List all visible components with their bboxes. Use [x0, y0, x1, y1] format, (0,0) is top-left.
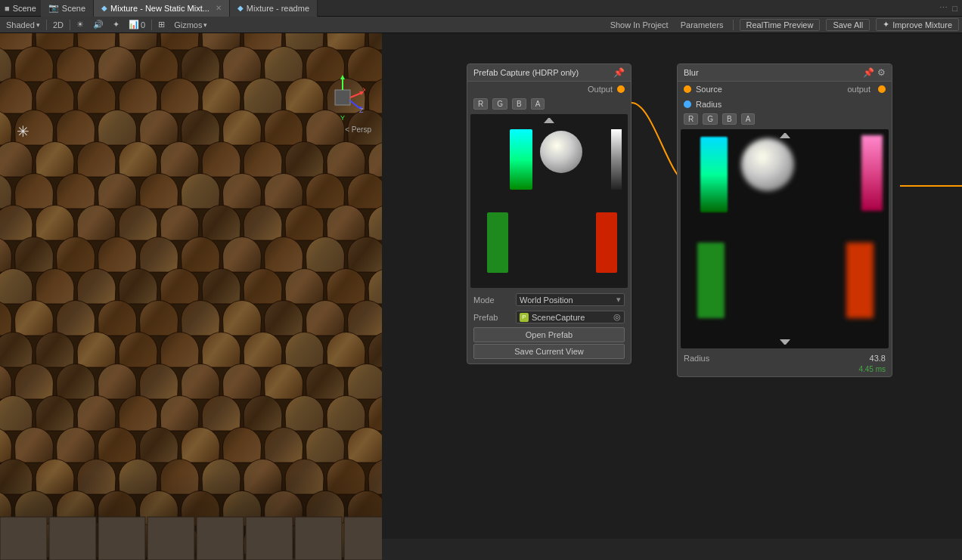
blur-scroll-down-arrow[interactable]: [780, 339, 790, 345]
channel-row: R G B A: [467, 97, 631, 111]
mixture-readme-icon: ◆: [237, 4, 244, 12]
blur-scroll-down[interactable]: [780, 339, 790, 345]
blur-settings-icon[interactable]: ⚙: [877, 67, 886, 78]
mode-2d-btn[interactable]: 2D: [50, 20, 67, 30]
sep3: [151, 20, 152, 30]
open-prefab-btn[interactable]: Open Prefab: [473, 327, 625, 342]
scene-toolbar: Shaded ▾ 2D ☀ 🔊 ✦ 📊 0 ⊞ Gizmos ▾ Show In…: [0, 17, 962, 33]
tab-mixture-new-static[interactable]: ◆ Mixture - New Static Mixt... ✕: [94, 0, 230, 17]
tab-close-icon[interactable]: ✕: [216, 4, 222, 12]
svg-line-5: [350, 101, 359, 108]
radius-field-value[interactable]: 43.8: [870, 354, 886, 363]
shaded-dropdown[interactable]: Shaded ▾: [3, 20, 43, 30]
channel-r-btn[interactable]: R: [473, 98, 488, 110]
improve-label: Improve Mixture: [892, 20, 952, 29]
stats-btn[interactable]: 📊 0: [126, 19, 148, 30]
radius-port-row: Radius: [678, 97, 892, 112]
green-bar-swatch: [487, 212, 508, 273]
prefab-panel-icons: 📌: [613, 67, 625, 78]
channel-g-btn[interactable]: G: [492, 98, 507, 110]
blur-preview-area: [681, 129, 889, 348]
blur-panel-header: Blur 📌 ⚙: [678, 64, 892, 82]
scene-icon: ■: [5, 4, 10, 13]
mode-value-dropdown[interactable]: World Position ▾: [516, 293, 625, 306]
source-label: Source: [696, 85, 843, 94]
sphere-swatch: [540, 131, 582, 173]
tab-scene[interactable]: 📷 Scene: [41, 0, 94, 17]
channel-a-btn[interactable]: A: [531, 98, 545, 110]
panels-area: Prefab Capture (HDRP only) 📌 Output R G …: [382, 33, 962, 560]
stats-zero: 0: [141, 20, 145, 29]
window-dots-icon: ⋯: [939, 3, 948, 13]
save-current-view-btn[interactable]: Save Current View: [473, 344, 625, 359]
svg-text:X: X: [362, 86, 365, 94]
fx-icon-btn[interactable]: ✦: [110, 19, 123, 30]
prefab-target-icon[interactable]: ◎: [613, 312, 621, 322]
svg-line-3: [350, 93, 362, 97]
persp-label: < Persp: [345, 125, 371, 134]
blur-cyan-bar: [700, 137, 728, 212]
minimize-icon[interactable]: □: [952, 4, 957, 13]
blur-sphere: [741, 138, 794, 191]
svg-rect-0: [335, 90, 350, 105]
radius-port-dot[interactable]: [684, 101, 691, 108]
scroll-up-arrow[interactable]: [544, 117, 554, 123]
svg-text:Z: Z: [359, 107, 364, 114]
blur-channel-g-btn[interactable]: G: [703, 113, 718, 125]
output-port-right-dot[interactable]: [878, 85, 886, 93]
stats-icon: 📊: [129, 20, 139, 29]
blur-panel-icons: 📌 ⚙: [863, 67, 886, 78]
blur-pin-icon[interactable]: 📌: [863, 67, 874, 78]
prefab-value-text: SceneCapture: [532, 313, 585, 322]
prefab-pin-icon[interactable]: 📌: [613, 67, 625, 78]
source-port-dot[interactable]: [684, 85, 691, 93]
mode-field-row: Mode World Position ▾: [467, 291, 631, 308]
save-all-btn[interactable]: Save All: [826, 19, 870, 31]
blur-green-bar: [697, 243, 725, 318]
radius-field-label: Radius: [684, 354, 865, 363]
blur-scroll-up[interactable]: [780, 132, 790, 138]
prefab-panel-header: Prefab Capture (HDRP only) 📌: [467, 64, 631, 82]
tab-mixture-readme[interactable]: ◆ Mixture - readme: [230, 0, 318, 17]
mode-label: Mode: [473, 295, 511, 305]
blur-channel-r-btn[interactable]: R: [684, 113, 698, 125]
channel-b-btn[interactable]: B: [512, 98, 526, 110]
main-area: ✳ Y X Z < Persp: [0, 33, 962, 560]
blur-scroll-up-arrow[interactable]: [780, 132, 790, 138]
sun-light-icon[interactable]: ✳: [17, 122, 29, 141]
improve-mixture-btn[interactable]: ✦ Improve Mixture: [876, 18, 959, 31]
gizmos-btn[interactable]: Gizmos ▾: [171, 20, 210, 30]
grid-icon: ⊞: [158, 20, 165, 29]
output-port-dot[interactable]: [617, 85, 625, 93]
light-icon-btn[interactable]: ☀: [73, 19, 87, 30]
white-strip-swatch: [611, 129, 622, 190]
svg-marker-2: [340, 75, 345, 79]
shaded-arrow-icon: ▾: [36, 21, 40, 29]
prefab-capture-panel: Prefab Capture (HDRP only) 📌 Output R G …: [467, 63, 632, 364]
realtime-preview-btn[interactable]: RealTime Preview: [740, 19, 821, 31]
blur-red-bar: [846, 243, 874, 318]
cyan-bar-swatch: [510, 129, 532, 190]
grid-btn[interactable]: ⊞: [155, 19, 168, 30]
show-in-project-btn[interactable]: Show In Project: [607, 19, 672, 31]
mode-value-text: World Position: [520, 295, 573, 305]
fx-icon: ✦: [113, 20, 119, 29]
scene-view[interactable]: ✳ Y X Z < Persp: [0, 33, 382, 560]
audio-icon-btn[interactable]: 🔊: [90, 19, 107, 30]
window-left-icons: ■ Scene: [5, 4, 36, 13]
nodes-canvas[interactable]: Prefab Capture (HDRP only) 📌 Output R G …: [382, 33, 962, 539]
tab-mixture-new-label: Mixture - New Static Mixt...: [110, 4, 209, 13]
improve-icon: ✦: [883, 20, 889, 29]
scroll-up-indicator[interactable]: [544, 117, 554, 123]
svg-text:Y: Y: [340, 114, 345, 120]
output-right-label: output: [847, 85, 870, 94]
prefab-panel-title: Prefab Capture (HDRP only): [473, 68, 579, 77]
gizmo-widget[interactable]: Y X Z: [320, 75, 365, 120]
tab-scene-label: Scene: [62, 4, 85, 13]
blur-channel-a-btn[interactable]: A: [741, 113, 756, 125]
prefab-value-field[interactable]: P SceneCapture ◎: [516, 311, 625, 323]
mixture-icon: ◆: [101, 4, 107, 12]
parameters-btn[interactable]: Parameters: [678, 19, 727, 31]
window-top-bar: ■ Scene 📷 Scene ◆ Mixture - New Static M…: [0, 0, 962, 17]
blur-channel-b-btn[interactable]: B: [722, 113, 737, 125]
